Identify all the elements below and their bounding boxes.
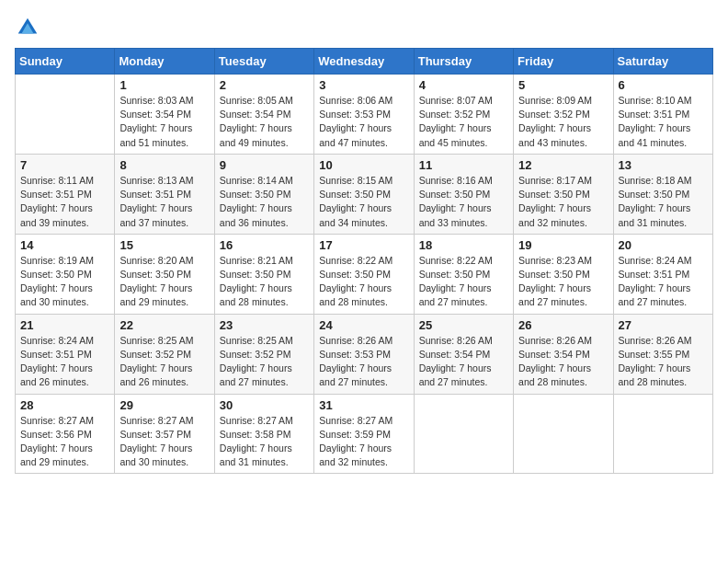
daylight-text: Daylight: 7 hours: [319, 122, 392, 133]
calendar-cell: 11Sunrise: 8:16 AMSunset: 3:50 PMDayligh…: [414, 154, 513, 234]
calendar-cell: 2Sunrise: 8:05 AMSunset: 3:54 PMDaylight…: [214, 75, 313, 155]
daylight-continuation: and 27 minutes.: [319, 376, 388, 387]
sunrise-text: Sunrise: 8:13 AM: [119, 175, 193, 186]
calendar-cell: 4Sunrise: 8:07 AMSunset: 3:52 PMDaylight…: [414, 75, 513, 155]
day-number: 3: [319, 78, 408, 92]
daylight-continuation: and 36 minutes.: [220, 217, 289, 228]
sunrise-text: Sunrise: 8:17 AM: [518, 175, 592, 186]
daylight-text: Daylight: 7 hours: [119, 282, 192, 293]
calendar-cell: [16, 75, 115, 155]
daylight-continuation: and 27 minutes.: [419, 376, 488, 387]
daylight-continuation: and 28 minutes.: [619, 376, 688, 387]
day-number: 31: [319, 398, 408, 412]
calendar-cell: 18Sunrise: 8:22 AMSunset: 3:50 PMDayligh…: [414, 234, 513, 314]
day-detail: Sunrise: 8:26 AMSunset: 3:54 PMDaylight:…: [518, 334, 608, 390]
day-number: 29: [119, 398, 209, 412]
day-number: 22: [119, 318, 209, 332]
daylight-continuation: and 26 minutes.: [20, 376, 89, 387]
sunrise-text: Sunrise: 8:09 AM: [518, 95, 592, 106]
sunrise-text: Sunrise: 8:26 AM: [619, 335, 692, 346]
daylight-text: Daylight: 7 hours: [319, 442, 392, 454]
day-number: 30: [220, 398, 309, 412]
sunrise-text: Sunrise: 8:10 AM: [619, 95, 692, 106]
calendar-cell: 19Sunrise: 8:23 AMSunset: 3:50 PMDayligh…: [514, 234, 613, 314]
calendar-cell: [414, 394, 513, 474]
daylight-text: Daylight: 7 hours: [619, 282, 691, 293]
calendar-cell: 6Sunrise: 8:10 AMSunset: 3:51 PMDaylight…: [613, 75, 712, 155]
day-number: 4: [419, 78, 508, 92]
sunrise-text: Sunrise: 8:21 AM: [220, 255, 293, 266]
daylight-continuation: and 27 minutes.: [419, 296, 488, 307]
sunrise-text: Sunrise: 8:18 AM: [619, 175, 692, 186]
daylight-text: Daylight: 7 hours: [119, 362, 192, 373]
day-number: 25: [419, 318, 508, 332]
day-detail: Sunrise: 8:19 AMSunset: 3:50 PMDaylight:…: [20, 254, 109, 310]
sunrise-text: Sunrise: 8:05 AM: [220, 95, 293, 106]
daylight-text: Daylight: 7 hours: [518, 122, 591, 133]
day-number: 20: [619, 238, 708, 252]
sunrise-text: Sunrise: 8:20 AM: [119, 255, 193, 266]
sunrise-text: Sunrise: 8:23 AM: [518, 255, 592, 266]
sunset-text: Sunset: 3:54 PM: [518, 349, 590, 360]
calendar-week-row: 21Sunrise: 8:24 AMSunset: 3:51 PMDayligh…: [16, 314, 713, 394]
sunset-text: Sunset: 3:50 PM: [619, 189, 690, 200]
day-detail: Sunrise: 8:26 AMSunset: 3:55 PMDaylight:…: [619, 334, 708, 390]
day-detail: Sunrise: 8:27 AMSunset: 3:58 PMDaylight:…: [220, 414, 309, 470]
sunrise-text: Sunrise: 8:25 AM: [119, 335, 193, 346]
daylight-text: Daylight: 7 hours: [220, 202, 292, 213]
day-number: 16: [220, 238, 309, 252]
day-detail: Sunrise: 8:10 AMSunset: 3:51 PMDaylight:…: [619, 94, 708, 150]
sunset-text: Sunset: 3:50 PM: [518, 189, 590, 200]
day-detail: Sunrise: 8:22 AMSunset: 3:50 PMDaylight:…: [419, 254, 508, 310]
calendar-cell: 16Sunrise: 8:21 AMSunset: 3:50 PMDayligh…: [214, 234, 313, 314]
sunset-text: Sunset: 3:50 PM: [119, 269, 191, 280]
sunset-text: Sunset: 3:50 PM: [20, 269, 92, 280]
sunrise-text: Sunrise: 8:27 AM: [319, 415, 392, 426]
sunrise-text: Sunrise: 8:15 AM: [319, 175, 392, 186]
day-detail: Sunrise: 8:05 AMSunset: 3:54 PMDaylight:…: [220, 94, 309, 150]
calendar-cell: 22Sunrise: 8:25 AMSunset: 3:52 PMDayligh…: [115, 314, 214, 394]
daylight-continuation: and 27 minutes.: [220, 376, 289, 387]
sunset-text: Sunset: 3:50 PM: [419, 189, 491, 200]
day-number: 1: [119, 78, 209, 92]
daylight-continuation: and 45 minutes.: [419, 137, 488, 148]
calendar-cell: 23Sunrise: 8:25 AMSunset: 3:52 PMDayligh…: [214, 314, 313, 394]
daylight-continuation: and 34 minutes.: [319, 217, 388, 228]
sunset-text: Sunset: 3:54 PM: [220, 109, 291, 120]
sunset-text: Sunset: 3:52 PM: [419, 109, 491, 120]
daylight-text: Daylight: 7 hours: [220, 362, 292, 373]
calendar-cell: 7Sunrise: 8:11 AMSunset: 3:51 PMDaylight…: [16, 154, 115, 234]
daylight-continuation: and 28 minutes.: [518, 376, 587, 387]
day-detail: Sunrise: 8:03 AMSunset: 3:54 PMDaylight:…: [119, 94, 209, 150]
daylight-continuation: and 47 minutes.: [319, 137, 388, 148]
daylight-text: Daylight: 7 hours: [119, 442, 192, 454]
sunset-text: Sunset: 3:59 PM: [319, 429, 391, 440]
day-detail: Sunrise: 8:17 AMSunset: 3:50 PMDaylight:…: [518, 174, 608, 230]
calendar-cell: 9Sunrise: 8:14 AMSunset: 3:50 PMDaylight…: [214, 154, 313, 234]
sunset-text: Sunset: 3:52 PM: [119, 349, 191, 360]
day-number: 14: [20, 238, 109, 252]
day-detail: Sunrise: 8:16 AMSunset: 3:50 PMDaylight:…: [419, 174, 508, 230]
sunset-text: Sunset: 3:51 PM: [119, 189, 191, 200]
calendar-cell: 27Sunrise: 8:26 AMSunset: 3:55 PMDayligh…: [613, 314, 712, 394]
calendar-cell: 5Sunrise: 8:09 AMSunset: 3:52 PMDaylight…: [514, 75, 613, 155]
daylight-text: Daylight: 7 hours: [419, 122, 492, 133]
day-number: 7: [20, 158, 109, 172]
sunset-text: Sunset: 3:52 PM: [518, 109, 590, 120]
daylight-continuation: and 31 minutes.: [220, 456, 289, 467]
sunrise-text: Sunrise: 8:22 AM: [419, 255, 493, 266]
sunset-text: Sunset: 3:53 PM: [319, 349, 391, 360]
day-detail: Sunrise: 8:27 AMSunset: 3:56 PMDaylight:…: [20, 414, 109, 470]
sunrise-text: Sunrise: 8:07 AM: [419, 95, 493, 106]
daylight-continuation: and 37 minutes.: [119, 217, 188, 228]
daylight-text: Daylight: 7 hours: [518, 362, 591, 373]
daylight-text: Daylight: 7 hours: [220, 122, 292, 133]
day-detail: Sunrise: 8:11 AMSunset: 3:51 PMDaylight:…: [20, 174, 109, 230]
calendar-week-row: 1Sunrise: 8:03 AMSunset: 3:54 PMDaylight…: [16, 75, 713, 155]
sunrise-text: Sunrise: 8:14 AM: [220, 175, 293, 186]
sunrise-text: Sunrise: 8:24 AM: [20, 335, 94, 346]
sunset-text: Sunset: 3:50 PM: [419, 269, 491, 280]
daylight-text: Daylight: 7 hours: [319, 282, 392, 293]
day-detail: Sunrise: 8:09 AMSunset: 3:52 PMDaylight:…: [518, 94, 608, 150]
sunset-text: Sunset: 3:50 PM: [319, 189, 391, 200]
